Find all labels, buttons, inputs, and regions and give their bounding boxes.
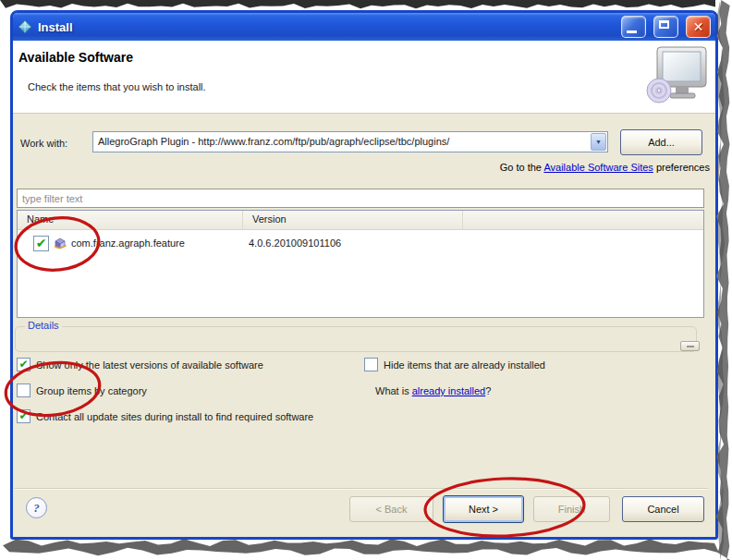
what-is-suffix: ?: [485, 385, 491, 396]
cancel-button[interactable]: Cancel: [622, 496, 704, 522]
torn-edge-shape: [3, 539, 719, 555]
install-software-icon: [645, 46, 708, 107]
close-button[interactable]: ✕: [686, 16, 711, 38]
available-software-sites-link[interactable]: Available Software Sites: [543, 162, 653, 173]
finish-button: Finish: [533, 496, 610, 522]
option-contact-sites[interactable]: ✔ Contact all update sites during instal…: [17, 409, 313, 423]
hide-installed-label: Hide items that are already installed: [384, 359, 545, 371]
what-is-prefix: What is: [375, 385, 412, 396]
wizard-header: Available Software Check the items that …: [13, 41, 715, 114]
details-label: Details: [25, 320, 62, 331]
add-button[interactable]: Add...: [620, 129, 702, 155]
row-checkbox[interactable]: ✔: [33, 236, 49, 251]
column-header-version[interactable]: Version: [243, 211, 463, 229]
filter-input[interactable]: [17, 189, 704, 208]
hide-installed-checkbox[interactable]: [364, 358, 378, 371]
back-button: < Back: [349, 496, 433, 522]
column-header-name[interactable]: Name: [18, 211, 243, 229]
feature-name: com.franz.agraph.feature: [71, 237, 185, 249]
maximize-icon: [659, 20, 669, 29]
software-sites-hint: Go to the Available Software Sites prefe…: [500, 162, 710, 173]
group-by-category-label: Group items by category: [36, 385, 147, 396]
details-resize-button[interactable]: [680, 341, 700, 351]
install-wizard-icon: [18, 19, 32, 34]
page-subtitle: Check the items that you wish to install…: [28, 81, 206, 92]
show-latest-checkbox[interactable]: ✔: [17, 358, 30, 371]
details-group: Details: [15, 326, 697, 352]
show-latest-label: Show only the latest versions of availab…: [36, 359, 263, 371]
option-group-by-category[interactable]: Group items by category: [17, 383, 147, 397]
chevron-down-icon[interactable]: ▼: [591, 133, 606, 151]
what-is-installed-text: What is already installed?: [375, 385, 491, 396]
torn-edge-shape: [0, 0, 715, 8]
software-table[interactable]: Name Version ✔ com.franz.agraph.feature …: [17, 210, 704, 318]
work-with-label: Work with:: [20, 138, 67, 149]
hint-suffix: preferences: [653, 162, 710, 173]
screenshot-stage: Install ✕ Available Software Check the i…: [0, 0, 732, 560]
feature-version: 4.0.6.201009101106: [249, 237, 341, 249]
titlebar[interactable]: Install ✕: [13, 13, 715, 41]
maximize-button[interactable]: [653, 16, 678, 38]
table-header[interactable]: Name Version: [18, 211, 703, 230]
contact-sites-checkbox[interactable]: ✔: [17, 409, 30, 423]
button-bar-separator: [15, 488, 708, 490]
page-title: Available Software: [18, 50, 133, 65]
option-show-latest[interactable]: ✔ Show only the latest versions of avail…: [17, 358, 263, 371]
minimize-button[interactable]: [621, 16, 646, 38]
torn-edge-shape: [716, 0, 730, 560]
contact-sites-label: Contact all update sites during install …: [36, 411, 313, 422]
install-dialog-window: Install ✕ Available Software Check the i…: [10, 10, 718, 540]
feature-icon: [53, 236, 67, 250]
next-button[interactable]: Next >: [443, 495, 524, 523]
window-title: Install: [38, 20, 614, 34]
column-header-empty: [463, 211, 703, 229]
work-with-value: AllegroGraph Plugin - http://www.franz.c…: [98, 132, 589, 152]
group-by-category-checkbox[interactable]: [17, 383, 30, 397]
work-with-combo[interactable]: AllegroGraph Plugin - http://www.franz.c…: [92, 131, 608, 152]
already-installed-link[interactable]: already installed: [412, 385, 486, 396]
hint-prefix: Go to the: [500, 162, 544, 173]
help-button[interactable]: ?: [26, 497, 47, 518]
close-icon: ✕: [687, 17, 710, 37]
option-hide-installed[interactable]: Hide items that are already installed: [364, 358, 545, 371]
minimize-icon: [627, 30, 637, 33]
